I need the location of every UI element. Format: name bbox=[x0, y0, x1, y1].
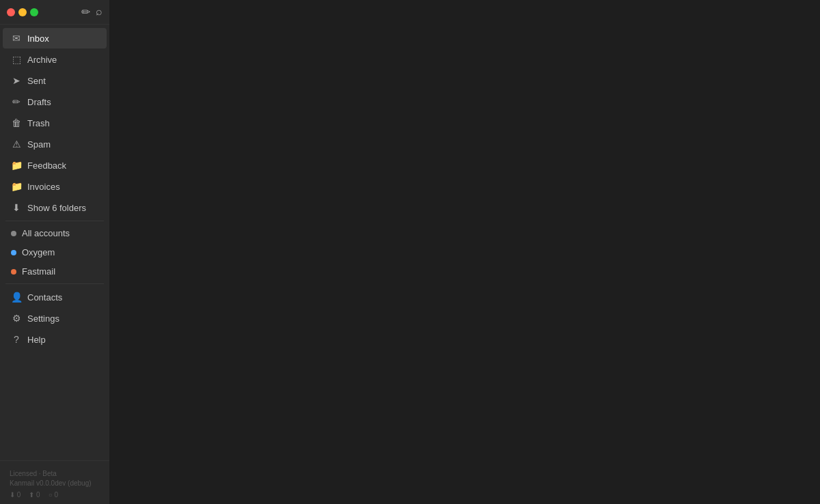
trash-label: Trash bbox=[27, 118, 98, 128]
settings-label: Settings bbox=[27, 313, 98, 324]
sidebar-footer: Licensed · BetaKanmail v0.0.0dev (debug)… bbox=[0, 460, 109, 504]
sidebar-divider-bottom bbox=[5, 283, 104, 284]
account-label-all: All accounts bbox=[22, 228, 70, 238]
contacts-label: Contacts bbox=[27, 292, 98, 303]
footer-meta: Licensed · BetaKanmail v0.0.0dev (debug) bbox=[7, 466, 102, 488]
help-label: Help bbox=[27, 335, 98, 345]
sidebar-item-drafts[interactable]: ✏Drafts bbox=[3, 92, 107, 112]
contacts-icon: 👤 bbox=[11, 292, 22, 303]
archive-icon: ⬚ bbox=[11, 54, 22, 65]
drafts-label: Drafts bbox=[27, 97, 98, 107]
account-dot-fastmail bbox=[11, 269, 16, 275]
sent-icon: ➤ bbox=[11, 75, 22, 86]
account-item-oxygem[interactable]: Oxygem bbox=[3, 243, 107, 262]
feedback-icon: 📁 bbox=[11, 160, 22, 171]
sidebar-item-contacts[interactable]: 👤Contacts bbox=[3, 287, 107, 307]
sidebar-item-sent[interactable]: ➤Sent bbox=[3, 70, 107, 91]
footer-controls: ⬇ 0⬆ 0○ 0 bbox=[7, 488, 102, 499]
show-folders-icon: ⬇ bbox=[11, 202, 22, 213]
sidebar-item-feedback[interactable]: 📁Feedback bbox=[3, 155, 107, 176]
footer-control-2[interactable]: ○ 0 bbox=[49, 491, 58, 499]
sidebar-item-archive[interactable]: ⬚Archive bbox=[3, 49, 107, 70]
archive-label: Archive bbox=[27, 55, 98, 65]
sidebar-top: ✏ ⌕ bbox=[0, 0, 109, 25]
traffic-light-close[interactable] bbox=[7, 8, 15, 16]
sidebar-item-help[interactable]: ?Help bbox=[3, 329, 107, 350]
inbox-label: Inbox bbox=[27, 33, 98, 44]
footer-control-1[interactable]: ⬆ 0 bbox=[29, 491, 40, 499]
invoices-label: Invoices bbox=[27, 182, 98, 192]
sidebar-item-settings[interactable]: ⚙Settings bbox=[3, 308, 107, 328]
sidebar-item-invoices[interactable]: 📁Invoices bbox=[3, 176, 107, 197]
footer-control-0[interactable]: ⬇ 0 bbox=[10, 491, 20, 499]
sidebar-item-trash[interactable]: 🗑Trash bbox=[3, 113, 107, 133]
invoices-icon: 📁 bbox=[11, 181, 22, 192]
sidebar-top-icons: ✏ ⌕ bbox=[81, 5, 102, 18]
sidebar: ✏ ⌕ ✉Inbox⬚Archive➤Sent✏Drafts🗑Trash⚠Spa… bbox=[0, 0, 109, 504]
traffic-lights bbox=[7, 8, 38, 16]
account-label-fastmail: Fastmail bbox=[22, 266, 55, 277]
account-dot-all bbox=[11, 231, 16, 236]
drafts-icon: ✏ bbox=[11, 96, 22, 107]
sidebar-nav: ✉Inbox⬚Archive➤Sent✏Drafts🗑Trash⚠Spam📁Fe… bbox=[0, 25, 109, 460]
sidebar-item-spam[interactable]: ⚠Spam bbox=[3, 134, 107, 154]
search-icon[interactable]: ⌕ bbox=[96, 5, 102, 18]
feedback-label: Feedback bbox=[27, 160, 98, 171]
settings-icon: ⚙ bbox=[11, 313, 22, 324]
traffic-light-minimize[interactable] bbox=[18, 8, 27, 16]
columns bbox=[109, 0, 820, 504]
spam-label: Spam bbox=[27, 139, 98, 150]
compose-icon[interactable]: ✏ bbox=[81, 5, 90, 18]
sidebar-divider-accounts bbox=[5, 221, 104, 221]
sent-label: Sent bbox=[27, 76, 98, 86]
account-dot-oxygem bbox=[11, 250, 16, 255]
spam-icon: ⚠ bbox=[11, 139, 22, 150]
inbox-icon: ✉ bbox=[11, 33, 22, 44]
traffic-light-maximize[interactable] bbox=[30, 8, 38, 16]
show-folders-label: Show 6 folders bbox=[27, 203, 98, 213]
sidebar-item-show-folders[interactable]: ⬇Show 6 folders bbox=[3, 197, 107, 218]
account-item-all[interactable]: All accounts bbox=[3, 224, 107, 242]
main-content bbox=[109, 0, 820, 504]
account-item-fastmail[interactable]: Fastmail bbox=[3, 262, 107, 281]
sidebar-item-inbox[interactable]: ✉Inbox bbox=[3, 28, 107, 48]
help-icon: ? bbox=[11, 334, 22, 345]
account-label-oxygem: Oxygem bbox=[22, 247, 55, 257]
trash-icon: 🗑 bbox=[11, 117, 22, 128]
